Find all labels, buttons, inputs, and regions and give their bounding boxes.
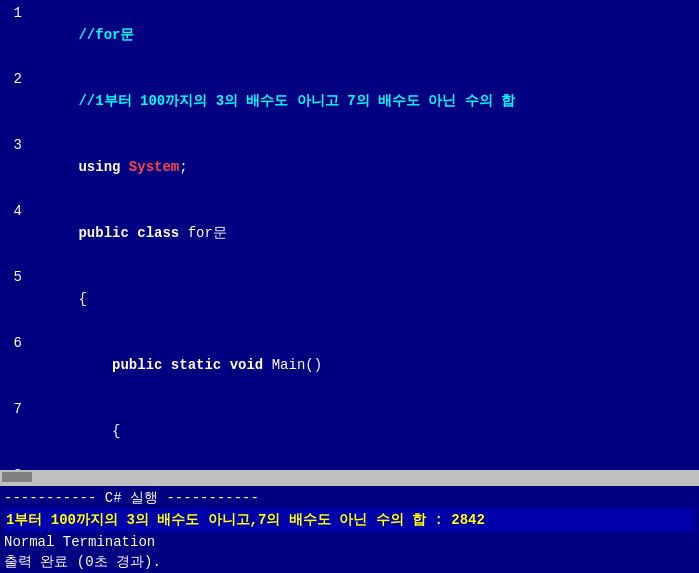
line-1: 1 //for문 xyxy=(0,2,699,68)
line-2: 2 //1부터 100까지의 3의 배수도 아니고 7의 배수도 아닌 수의 합 xyxy=(0,68,699,134)
line-6: 6 public static void Main() xyxy=(0,332,699,398)
line-7: 7 { xyxy=(0,398,699,464)
console-result: 1부터 100까지의 3의 배수도 아니고,7의 배수도 아닌 수의 합 : 2… xyxy=(4,508,695,532)
line-3: 3 using System; xyxy=(0,134,699,200)
scrollbar-thumb[interactable] xyxy=(2,472,32,482)
line-4: 4 public class for문 xyxy=(0,200,699,266)
console-header: ----------- C# 실행 ----------- xyxy=(4,488,695,508)
line-8: 8 int sum; int i; sum = 0; xyxy=(0,464,699,470)
code-editor: 1 //for문 2 //1부터 100까지의 3의 배수도 아니고 7의 배수… xyxy=(0,0,699,470)
console-complete: 출력 완료 (0초 경과). xyxy=(4,552,695,572)
line-5: 5 { xyxy=(0,266,699,332)
scrollbar[interactable] xyxy=(0,470,699,484)
console-normal-termination: Normal Termination xyxy=(4,532,695,552)
console-area: ----------- C# 실행 ----------- 1부터 100까지의… xyxy=(0,486,699,573)
